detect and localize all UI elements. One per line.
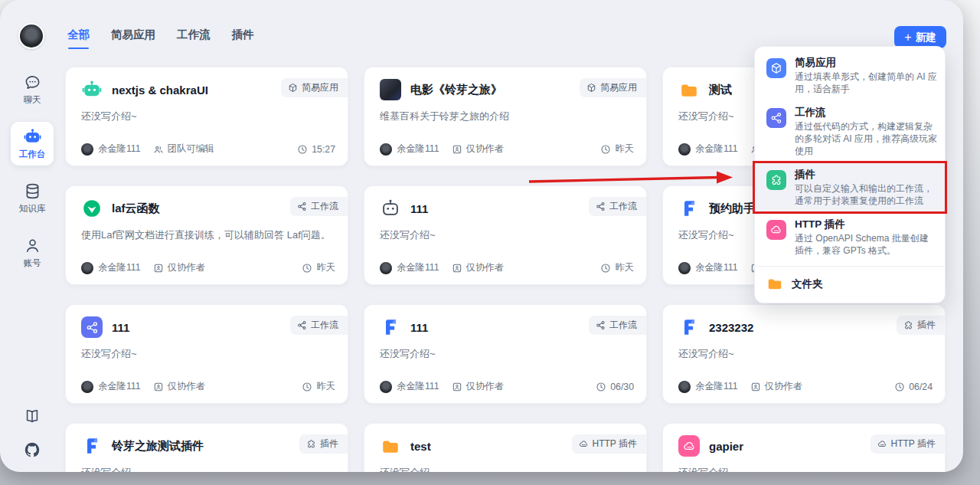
app-card-laf[interactable]: laf云函数 工作流 使用Laf官网文档进行直接训练，可以辅助回答 Laf问题。… — [65, 185, 348, 285]
owner-name: 余金隆111 — [98, 261, 141, 274]
permission-label: 仅协作者 — [765, 380, 802, 393]
app-title: 111 — [410, 321, 428, 334]
database-icon — [24, 182, 41, 200]
card-footer: 余金隆111 仅协作者 06/24 — [678, 380, 933, 393]
app-type-badge: 工作流 — [589, 197, 646, 216]
owner-name: 余金隆111 — [397, 261, 439, 274]
app-card-suzume-movie[interactable]: 电影《铃芽之旅》 简易应用 维基百科关于铃芽之旅的介绍 余金隆111 仅协作者 … — [364, 67, 647, 166]
fastgpt-logo-icon — [81, 435, 103, 457]
owner-name: 余金隆111 — [695, 380, 738, 393]
app-description: 还没写介绍~ — [663, 457, 945, 472]
chat-bubble-icon — [24, 74, 41, 91]
owner-avatar — [380, 381, 392, 393]
card-footer: 余金隆111 仅协作者 昨天 — [81, 261, 335, 274]
app-title: 2323232 — [709, 321, 753, 334]
collaborator-icon — [153, 382, 164, 392]
tab-workflow[interactable]: 工作流 — [177, 28, 211, 49]
permission-label: 仅协作者 — [466, 380, 504, 393]
puzzle-icon — [903, 320, 913, 330]
app-title: 预约助手 — [709, 202, 755, 216]
app-card-test-http[interactable]: test HTTP 插件 还没写介绍~ — [364, 423, 647, 472]
menu-item-workflow[interactable]: 工作流 通过低代码的方式，构建逻辑复杂的多轮对话 AI 应用，推荐高级玩家使用 — [755, 100, 945, 162]
gapier-logo-icon — [678, 435, 700, 457]
menu-item-plugin[interactable]: 插件 可以自定义输入和输出的工作流，通常用于封装重复使用的工作流 — [755, 162, 945, 212]
folder-icon — [766, 275, 783, 292]
owner-avatar — [678, 143, 691, 156]
card-footer: 余金隆111 仅协作者 昨天 — [380, 261, 634, 274]
http-cloud-icon — [877, 439, 887, 449]
app-card-111-robot[interactable]: 111 工作流 还没写介绍~ 余金隆111 仅协作者 昨天 — [364, 185, 647, 285]
app-title: 测试 — [709, 83, 732, 97]
sidebar-item-account[interactable]: 账号 — [11, 231, 54, 274]
app-card-nextjs-chakraui[interactable]: nextjs & chakraUI 简易应用 还没写介绍~ 余金隆111 团队可… — [65, 67, 348, 166]
menu-item-folder[interactable]: 文件夹 — [755, 267, 945, 298]
owner-avatar — [678, 381, 691, 393]
red-arrow-annotation — [527, 169, 737, 187]
update-time: 06/24 — [909, 382, 933, 392]
permission-label: 仅协作者 — [168, 261, 205, 274]
http-cloud-icon — [766, 220, 786, 240]
sidebar-item-label: 工作台 — [19, 149, 46, 160]
card-footer: 余金隆111 仅协作者 06/30 — [380, 380, 634, 393]
app-type-badge: HTTP 插件 — [871, 434, 945, 454]
app-card-111-workflow[interactable]: 111 工作流 还没写介绍~ 余金隆111 仅协作者 昨天 — [65, 304, 348, 404]
app-description: 维基百科关于铃芽之旅的介绍 — [364, 100, 646, 123]
card-footer: 余金隆111 仅协作者 昨天 — [380, 143, 634, 156]
app-description: 还没写介绍~ — [663, 338, 945, 361]
robot-app-icon — [81, 79, 103, 100]
menu-item-simple-app[interactable]: 简易应用 通过填表单形式，创建简单的 AI 应用，适合新手 — [755, 51, 945, 100]
clock-icon — [600, 263, 611, 274]
app-description: 还没写介绍~ — [364, 219, 646, 242]
update-time: 昨天 — [316, 261, 335, 274]
fastgpt-logo-icon — [380, 316, 401, 338]
tab-simple-app[interactable]: 简易应用 — [111, 28, 155, 49]
menu-item-http-plugin[interactable]: HTTP 插件 通过 OpenAPI Schema 批量创建插件，兼容 GPTs… — [755, 212, 945, 262]
card-footer: 余金隆111 仅协作者 昨天 — [81, 380, 335, 393]
github-icon[interactable] — [24, 441, 41, 458]
robot-icon — [24, 128, 41, 146]
update-time: 昨天 — [316, 380, 335, 393]
tab-plugin[interactable]: 插件 — [232, 28, 254, 49]
workflow-icon — [596, 320, 606, 330]
app-type-badge: HTTP 插件 — [572, 434, 646, 454]
app-card-gapier[interactable]: gapier HTTP 插件 还没写介绍~ — [662, 423, 946, 472]
sidebar-item-knowledge[interactable]: 知识库 — [11, 176, 54, 220]
owner-name: 余金隆111 — [397, 380, 439, 393]
folder-icon — [380, 435, 401, 457]
app-title: 111 — [410, 202, 428, 215]
app-description: 使用Laf官网文档进行直接训练，可以辅助回答 Laf问题。 — [66, 219, 348, 242]
tab-all[interactable]: 全部 — [67, 28, 90, 49]
menu-item-title: 工作流 — [795, 106, 937, 119]
app-type-badge: 简易应用 — [281, 78, 348, 97]
sidebar-item-label: 聊天 — [24, 94, 41, 106]
app-type-tabs: 全部 简易应用 工作流 插件 — [67, 28, 254, 49]
app-type-badge: 简易应用 — [580, 78, 646, 97]
sidebar-item-label: 知识库 — [19, 203, 46, 215]
clock-icon — [302, 263, 312, 274]
app-title: nextjs & chakraUI — [112, 84, 208, 97]
app-description: 还没写介绍~ — [66, 457, 348, 472]
sidebar-item-chat[interactable]: 聊天 — [11, 67, 54, 111]
app-card-suzume-test-plugin[interactable]: 铃芽之旅测试插件 插件 还没写介绍~ — [65, 423, 348, 472]
app-title: test — [410, 440, 431, 453]
app-type-badge: 工作流 — [290, 197, 348, 216]
workflow-icon — [766, 108, 786, 128]
app-window: 聊天 工作台 知识库 账号 全部 简易应用 工作流 插件 + — [0, 0, 963, 472]
clock-icon — [894, 382, 905, 392]
app-type-badge: 插件 — [299, 434, 348, 454]
app-card-2323232[interactable]: 2323232 插件 还没写介绍~ 余金隆111 仅协作者 06/24 — [662, 304, 946, 404]
user-avatar[interactable] — [18, 23, 44, 49]
sidebar: 聊天 工作台 知识库 账号 — [0, 0, 64, 472]
owner-name: 余金隆111 — [98, 143, 141, 156]
update-time: 昨天 — [615, 143, 634, 156]
owner-avatar — [81, 262, 93, 274]
book-icon[interactable] — [24, 408, 41, 424]
app-title: 111 — [112, 321, 129, 334]
robot-outline-icon — [380, 198, 401, 219]
create-new-button[interactable]: + 新建 — [894, 26, 946, 48]
sidebar-item-workspace[interactable]: 工作台 — [11, 122, 54, 165]
update-time: 06/30 — [610, 382, 634, 392]
menu-item-desc: 通过低代码的方式，构建逻辑复杂的多轮对话 AI 应用，推荐高级玩家使用 — [795, 120, 937, 157]
workflow-icon — [596, 202, 606, 211]
app-card-111-fastgpt[interactable]: 111 工作流 还没写介绍~ 余金隆111 仅协作者 06/30 — [364, 304, 647, 404]
